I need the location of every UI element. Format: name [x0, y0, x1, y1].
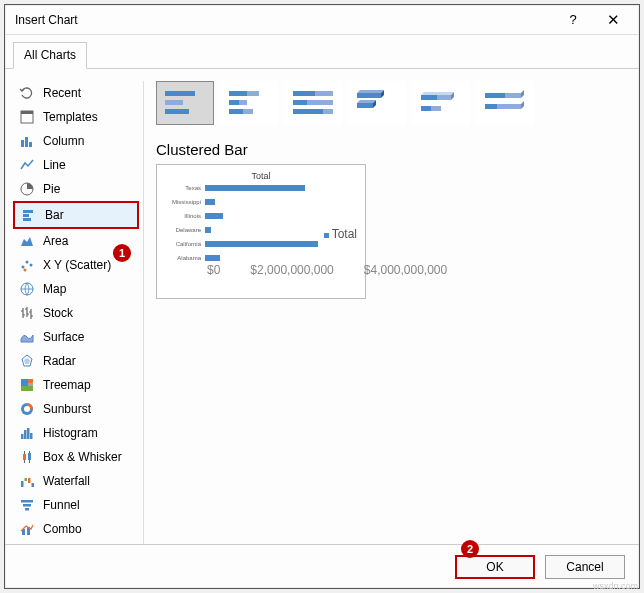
svg-rect-29 — [32, 483, 35, 487]
preview-bar — [205, 227, 211, 233]
area-icon — [19, 233, 35, 249]
funnel-icon — [19, 497, 35, 513]
svg-rect-58 — [485, 104, 497, 109]
category-boxwhisker[interactable]: Box & Whisker — [13, 445, 139, 469]
preview-row-label: Mississippi — [165, 199, 201, 205]
preview-bar — [205, 241, 318, 247]
category-label: Treemap — [43, 378, 91, 392]
category-sunburst[interactable]: Sunburst — [13, 397, 139, 421]
svg-rect-49 — [323, 109, 333, 114]
preview-row-label: Delaware — [165, 227, 201, 233]
combo-icon — [19, 521, 35, 537]
category-histogram[interactable]: Histogram — [13, 421, 139, 445]
category-line[interactable]: Line — [13, 153, 139, 177]
recent-icon — [19, 85, 35, 101]
preview-title: Total — [165, 171, 357, 181]
category-label: Area — [43, 234, 68, 248]
svg-rect-30 — [21, 500, 33, 503]
ok-button[interactable]: OK — [455, 555, 535, 579]
svg-rect-38 — [229, 91, 247, 96]
subtype-100-stacked-bar[interactable] — [284, 81, 342, 125]
category-label: Funnel — [43, 498, 80, 512]
svg-rect-43 — [243, 109, 253, 114]
svg-rect-28 — [28, 478, 31, 483]
category-map[interactable]: Map — [13, 277, 139, 301]
category-column[interactable]: Column — [13, 129, 139, 153]
preview-chart-area: Texas Mississippi Illinois Delaware Cali… — [165, 185, 357, 261]
category-combo[interactable]: Combo — [13, 517, 139, 541]
category-surface[interactable]: Surface — [13, 325, 139, 349]
category-label: Box & Whisker — [43, 450, 122, 464]
button-label: OK — [486, 560, 503, 574]
svg-rect-48 — [293, 109, 323, 114]
category-pie[interactable]: Pie — [13, 177, 139, 201]
subtype-3d-100-stacked-bar[interactable] — [476, 81, 534, 125]
scatter-icon — [19, 257, 35, 273]
tab-all-charts[interactable]: All Charts — [13, 42, 87, 69]
svg-rect-25 — [28, 453, 31, 460]
category-stock[interactable]: Stock — [13, 301, 139, 325]
svg-point-12 — [24, 269, 27, 272]
axis-tick: $4,000,000,000 — [364, 263, 447, 277]
annotation-marker-1: 1 — [113, 244, 131, 262]
category-label: Templates — [43, 110, 98, 124]
histogram-icon — [19, 425, 35, 441]
svg-rect-4 — [29, 142, 32, 147]
subtype-row — [156, 81, 631, 131]
svg-rect-46 — [293, 100, 307, 105]
svg-point-10 — [26, 261, 29, 264]
category-bar[interactable]: Bar — [13, 201, 139, 229]
category-funnel[interactable]: Funnel — [13, 493, 139, 517]
templates-icon — [19, 109, 35, 125]
category-radar[interactable]: Radar — [13, 349, 139, 373]
titlebar: Insert Chart ? ✕ — [5, 5, 639, 35]
svg-rect-55 — [431, 106, 441, 111]
surface-icon — [19, 329, 35, 345]
bar-icon — [21, 207, 37, 223]
cancel-button[interactable]: Cancel — [545, 555, 625, 579]
category-label: Recent — [43, 86, 81, 100]
category-label: Sunburst — [43, 402, 91, 416]
category-waterfall[interactable]: Waterfall — [13, 469, 139, 493]
svg-rect-40 — [229, 100, 239, 105]
svg-rect-56 — [485, 93, 505, 98]
svg-rect-52 — [421, 95, 437, 100]
treemap-icon — [19, 377, 35, 393]
subtype-3d-clustered-bar[interactable] — [348, 81, 406, 125]
subtype-stacked-bar[interactable] — [220, 81, 278, 125]
preview-row-label: Texas — [165, 185, 201, 191]
svg-rect-57 — [505, 93, 521, 98]
chart-category-list: Recent Templates Column — [13, 81, 143, 544]
close-button[interactable]: ✕ — [593, 11, 633, 29]
category-label: Combo — [43, 522, 82, 536]
category-recent[interactable]: Recent — [13, 81, 139, 105]
chart-preview[interactable]: Total Texas Mississippi Illinois Delawar… — [156, 164, 366, 299]
button-label: Cancel — [566, 560, 603, 574]
dialog-footer: 2 OK Cancel — [5, 544, 639, 588]
legend-label: Total — [332, 227, 357, 241]
category-label: Column — [43, 134, 84, 148]
subtype-clustered-bar[interactable] — [156, 81, 214, 125]
dialog-title: Insert Chart — [15, 13, 553, 27]
subtype-name: Clustered Bar — [156, 141, 631, 158]
category-label: Stock — [43, 306, 73, 320]
svg-rect-23 — [30, 433, 33, 439]
preview-legend: Total — [324, 227, 357, 241]
svg-rect-14 — [21, 379, 28, 386]
svg-rect-17 — [21, 386, 33, 391]
boxwhisker-icon — [19, 449, 35, 465]
subtype-3d-stacked-bar[interactable] — [412, 81, 470, 125]
svg-rect-20 — [21, 434, 24, 439]
preview-row-label: Alabama — [165, 255, 201, 261]
svg-point-9 — [22, 266, 25, 269]
svg-rect-7 — [23, 214, 29, 217]
radar-icon — [19, 353, 35, 369]
svg-point-11 — [30, 264, 33, 267]
annotation-marker-2: 2 — [461, 540, 479, 558]
svg-rect-51 — [357, 103, 373, 108]
svg-rect-37 — [165, 109, 189, 114]
category-treemap[interactable]: Treemap — [13, 373, 139, 397]
category-templates[interactable]: Templates — [13, 105, 139, 129]
help-button[interactable]: ? — [553, 12, 593, 27]
svg-rect-27 — [25, 478, 28, 481]
